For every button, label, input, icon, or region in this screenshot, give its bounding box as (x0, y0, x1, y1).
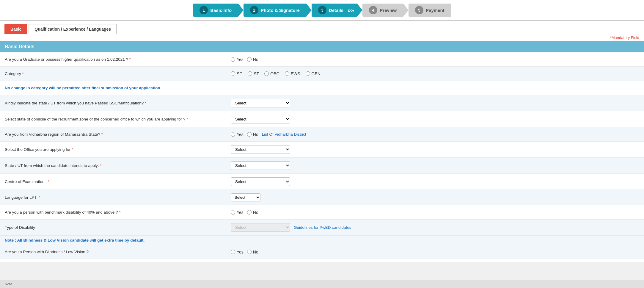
office-label: Select the Office you are applying for * (5, 147, 231, 152)
vidharbha-yes-label[interactable]: Yes (231, 132, 244, 137)
step-5[interactable]: 5 Payment (409, 4, 451, 17)
step-2-arrow (306, 4, 312, 17)
row-office: Select the Office you are applying for *… (0, 142, 644, 158)
disability-no-label[interactable]: No (247, 210, 258, 215)
category-warning-text: No change in category will be permitted … (5, 86, 161, 90)
disability-yes-label[interactable]: Yes (231, 210, 244, 215)
ssc-state-select[interactable]: Select (231, 99, 290, 107)
disability-label: Are you a person with benchmark disabili… (5, 210, 231, 215)
cat-ews-label[interactable]: EWS (285, 71, 300, 76)
mandatory-note: *Mandatory Field (0, 34, 644, 41)
disability-yes-radio[interactable] (231, 210, 235, 215)
disability-controls: Yes No (231, 210, 639, 215)
step-1[interactable]: 1 Basic Info (193, 4, 238, 17)
cat-obc-label[interactable]: OBC (264, 71, 279, 76)
step-2-label: Photo & Signature (261, 8, 300, 13)
step-5-circle: 5 (415, 6, 423, 14)
graduate-required: * (129, 57, 131, 62)
category-controls: SC ST OBC EWS GEN (231, 71, 639, 76)
cat-st-radio[interactable] (248, 71, 252, 76)
row-lpt: Language for LPT: * Select (0, 190, 644, 205)
cat-sc-label[interactable]: SC (231, 71, 242, 76)
tab-basic[interactable]: Basic (4, 24, 27, 34)
step-4-arrow (403, 4, 409, 17)
graduate-no-radio[interactable] (247, 57, 252, 62)
step-2-circle: 2 (250, 6, 258, 14)
vidharbha-no-radio[interactable] (247, 132, 252, 137)
step-4-circle: 4 (369, 6, 377, 14)
step-2[interactable]: 2 Photo & Signature (244, 4, 306, 17)
step-1-arrow (238, 4, 244, 17)
office-required: * (72, 147, 73, 152)
lpt-controls: Select (231, 193, 639, 201)
domicile-state-required: * (186, 117, 188, 121)
state-apply-required: * (100, 163, 101, 168)
graduate-yes-radio[interactable] (231, 57, 235, 62)
stepper-bar: 1 Basic Info 2 Photo & Signature 3 Detai… (0, 0, 644, 21)
row-category-warning: No change in category will be permitted … (0, 81, 644, 95)
pwbd-guidelines-link[interactable]: Guidelines for PwBD candidates (294, 225, 351, 230)
tab-qualification[interactable]: Qualification / Experience / Languages (29, 24, 117, 34)
vidharbha-district-link[interactable]: List Of Vidharbha District (262, 132, 306, 137)
row-vidharbha: Are you from Vidharbha region of Maharas… (0, 127, 644, 142)
disability-no-radio[interactable] (247, 210, 252, 215)
row-domicile-state: Select state of domicile of the recruitm… (0, 111, 644, 127)
row-ssc-state: Kindly indicate the state / UT from whic… (0, 95, 644, 111)
blindness-label: Are you a Person with Blindness / Low Vi… (5, 250, 231, 254)
row-graduate: Are you a Graduate or possess higher qua… (0, 52, 644, 67)
blindness-controls: Yes No (231, 250, 639, 254)
centre-select[interactable]: Select (231, 177, 290, 186)
cat-sc-radio[interactable] (231, 71, 235, 76)
vidharbha-label: Are you from Vidharbha region of Maharas… (5, 132, 231, 137)
graduate-label: Are you a Graduate or possess higher qua… (5, 57, 231, 62)
disability-type-label-text: Type of Disability (5, 225, 231, 230)
cat-st-label[interactable]: ST (248, 71, 259, 76)
step-3-circle: 3 (318, 6, 326, 14)
disability-type-controls: Select Guidelines for PwBD candidates (231, 223, 639, 232)
ssc-state-required: * (145, 101, 146, 105)
cat-obc-radio[interactable] (264, 71, 269, 76)
graduate-no-label[interactable]: No (247, 57, 258, 62)
form-container: Are you a Graduate or possess higher qua… (0, 52, 644, 262)
category-required: * (22, 71, 24, 76)
office-controls: Select (231, 145, 639, 154)
row-disability-type: Type of Disability Select Guidelines for… (0, 220, 644, 236)
ssc-state-label: Kindly indicate the state / UT from whic… (5, 101, 231, 105)
stepper: 1 Basic Info 2 Photo & Signature 3 Detai… (193, 4, 451, 17)
domicile-state-controls: Select (231, 115, 639, 123)
lpt-label: Language for LPT: * (5, 195, 231, 200)
step-4[interactable]: 4 Preview (362, 4, 403, 17)
vidharbha-no-label[interactable]: No (247, 132, 258, 137)
step-3-label: Details (329, 8, 343, 13)
blindness-yes-label[interactable]: Yes (231, 250, 244, 254)
domicile-state-select[interactable]: Select (231, 115, 290, 123)
office-select[interactable]: Select (231, 145, 290, 154)
blindness-no-radio[interactable] (247, 250, 252, 254)
graduate-controls: Yes No (231, 57, 639, 62)
step-5-label: Payment (426, 8, 444, 13)
graduate-yes-label[interactable]: Yes (231, 57, 244, 62)
centre-controls: Select (231, 177, 639, 186)
step-3[interactable]: 3 Details »» (312, 4, 357, 17)
vidharbha-required: * (101, 132, 103, 137)
cat-gen-radio[interactable] (306, 71, 310, 76)
row-category: Category * SC ST OBC EWS (0, 67, 644, 81)
tabs-row: Basic Qualification / Experience / Langu… (0, 21, 644, 34)
main-content: Basic Details Are you a Graduate or poss… (0, 41, 644, 262)
cat-ews-radio[interactable] (285, 71, 289, 76)
row-blindness: Are you a Person with Blindness / Low Vi… (0, 245, 644, 259)
step-4-label: Preview (380, 8, 397, 13)
section-header: Basic Details (0, 41, 644, 52)
blindness-no-label[interactable]: No (247, 250, 258, 254)
row-disability: Are you a person with benchmark disabili… (0, 205, 644, 220)
blindness-yes-radio[interactable] (231, 250, 235, 254)
centre-label: Centre of Examination : * (5, 179, 231, 184)
blindness-note: Note : All Blindness & Low Vision candid… (0, 236, 644, 245)
ssc-state-controls: Select (231, 99, 639, 107)
lpt-required: * (39, 195, 40, 200)
state-apply-select[interactable]: Select (231, 161, 290, 170)
cat-gen-label[interactable]: GEN (306, 71, 321, 76)
vidharbha-yes-radio[interactable] (231, 132, 235, 137)
lpt-select[interactable]: Select (231, 193, 260, 201)
disability-type-select[interactable]: Select (231, 223, 290, 232)
